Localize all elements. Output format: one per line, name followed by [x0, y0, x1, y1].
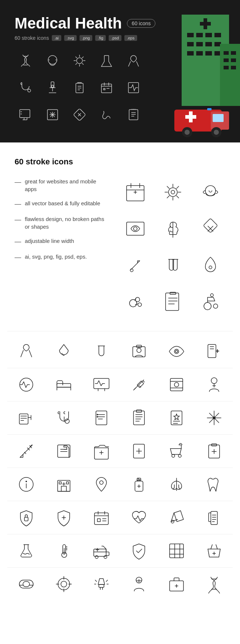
icon-first-aid-folder [82, 435, 120, 468]
icon-grid-section [0, 331, 240, 615]
icon-hospital-bed [45, 368, 82, 401]
icon-medical-list [82, 401, 120, 434]
svg-rect-71 [137, 381, 143, 388]
icon-baby-carriage [158, 435, 195, 468]
icon-grid-row6 [7, 501, 233, 534]
svg-point-40 [185, 130, 190, 135]
svg-rect-69 [57, 384, 71, 387]
icon-ambulance [82, 534, 120, 567]
svg-rect-8 [20, 110, 30, 118]
hero-icon-xray [42, 104, 63, 126]
icon-lungs [158, 468, 195, 501]
svg-rect-11 [129, 110, 138, 120]
hero-icon-intestine [96, 104, 117, 126]
svg-rect-31 [231, 58, 236, 62]
icon-blood-drop [45, 335, 82, 368]
svg-point-2 [28, 89, 31, 92]
svg-point-95 [100, 481, 103, 484]
icon-grid-row1 [7, 335, 233, 368]
svg-point-52 [209, 266, 212, 269]
preview-icon-wheelchair [196, 287, 225, 316]
icon-prescription [120, 401, 158, 434]
icon-needle [7, 435, 45, 468]
svg-rect-19 [187, 42, 194, 46]
svg-rect-82 [171, 411, 182, 425]
svg-point-60 [210, 294, 213, 297]
svg-point-4 [51, 85, 54, 87]
svg-rect-33 [231, 66, 236, 69]
icon-tooth [195, 468, 233, 501]
preview-icon-germ [158, 178, 187, 207]
feature-item-4: —adjustable line width [15, 237, 109, 246]
icon-doctor [195, 368, 233, 401]
svg-point-91 [26, 481, 27, 482]
svg-rect-77 [96, 411, 107, 425]
svg-point-46 [171, 190, 175, 194]
hero-icon-flask [96, 50, 117, 72]
icon-potion [7, 534, 45, 567]
svg-point-51 [130, 269, 133, 272]
icon-dental-xray [195, 501, 233, 534]
icon-count-badge: 60 icons [127, 19, 155, 28]
svg-point-87 [178, 454, 181, 457]
svg-point-66 [175, 350, 178, 353]
hero-icon-ribbon [123, 50, 144, 72]
icon-medical-pump [7, 401, 45, 434]
icon-dna [195, 568, 233, 601]
feature-item-2: —all vector based & fully editable [15, 199, 109, 209]
icon-circular-scan [45, 568, 82, 601]
hero-icon-record [123, 104, 144, 126]
svg-point-104 [95, 556, 98, 559]
hero-icon-bandage [69, 104, 90, 126]
svg-rect-100 [211, 511, 217, 525]
preview-icon-eye-scan [121, 214, 150, 243]
icon-shield-plus [45, 501, 82, 534]
svg-point-78 [97, 414, 98, 415]
svg-rect-29 [231, 51, 236, 55]
icon-document-plus [120, 435, 158, 468]
hero-icon-stethoscope [15, 77, 36, 99]
hero-icon-mri [42, 50, 63, 72]
icon-heart-monitor [82, 368, 120, 401]
svg-rect-17 [205, 33, 212, 37]
icon-shield-lock [7, 501, 45, 534]
hero-icon-virus [69, 50, 90, 72]
svg-point-59 [213, 304, 218, 308]
icon-hospital-building [45, 468, 82, 501]
icon-grid-row5 [7, 468, 233, 501]
preview-icon-bandage-cross [196, 214, 225, 243]
svg-point-79 [97, 416, 98, 418]
svg-rect-97 [24, 517, 28, 521]
svg-rect-57 [170, 292, 176, 294]
feature-item-1: —great for websites and mobile apps [15, 178, 109, 193]
icon-eye [158, 335, 195, 368]
icon-star-list [158, 401, 195, 434]
hero-section: Medical Health 60 icons 60 stroke icons … [0, 0, 240, 142]
icon-medical-calendar [82, 501, 120, 534]
icon-grid-row2 [7, 368, 233, 401]
feature-item-3: —flawless design, no broken paths or sha… [15, 215, 109, 230]
icon-grid-row4 [7, 435, 233, 468]
icon-medical-basket [195, 534, 233, 567]
svg-point-109 [58, 578, 70, 590]
hero-icon-calendar [96, 77, 117, 99]
svg-point-110 [61, 581, 67, 587]
hero-icon-clipboard [69, 77, 90, 99]
svg-rect-64 [136, 345, 142, 347]
preview-icon-scalpel [121, 251, 150, 280]
content-section: 60 stroke icons —great for websites and … [0, 142, 240, 331]
hero-icon-ekg [123, 77, 144, 99]
svg-point-73 [174, 382, 179, 387]
icon-test-tubes-2 [82, 335, 120, 368]
icon-mobile-health [195, 335, 233, 368]
preview-icon-face-mask [196, 178, 225, 207]
svg-rect-48 [127, 222, 144, 235]
svg-rect-21 [205, 42, 212, 46]
icon-nurse [120, 568, 158, 601]
svg-rect-50 [203, 218, 218, 233]
hero-title: Medical Health [15, 15, 122, 32]
svg-rect-108 [23, 582, 30, 587]
svg-point-86 [172, 454, 175, 457]
svg-rect-93 [59, 482, 61, 484]
svg-point-55 [138, 303, 142, 306]
